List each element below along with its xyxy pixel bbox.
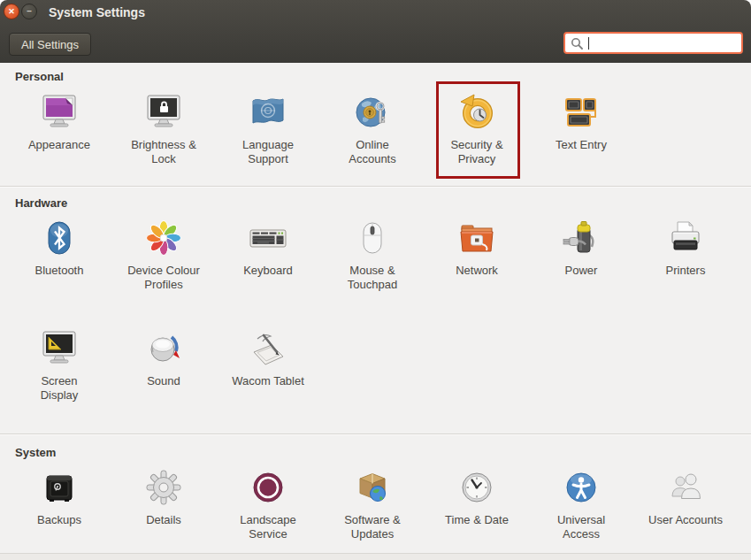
grid-item-label: Power — [565, 264, 598, 278]
grid-item-label: Software &Updates — [344, 513, 401, 541]
clock-icon — [456, 466, 498, 509]
universal-access-icon — [560, 466, 602, 509]
grid-item-label: Time & Date — [445, 513, 509, 527]
grid-item-software-updates[interactable]: Software &Updates — [320, 466, 425, 541]
grid-item-printers[interactable]: Printers — [633, 217, 738, 292]
globe-keys-icon — [351, 91, 394, 134]
grid-item-online-accounts[interactable]: OnlineAccounts — [320, 91, 425, 166]
grid-item-power[interactable]: Power — [529, 217, 633, 292]
grid-item-label: Backups — [37, 513, 81, 527]
grid-item-text-entry[interactable]: Text Entry — [529, 91, 633, 166]
section-separator — [0, 433, 751, 435]
grid-item-universal-access[interactable]: UniversalAccess — [529, 466, 633, 541]
grid-item-sound[interactable]: Sound — [111, 327, 216, 403]
system-row: Backups Details — [7, 466, 738, 541]
security-privacy-icon — [456, 91, 498, 134]
printer-icon — [664, 217, 707, 259]
grid-item-landscape-service[interactable]: LandscapeService — [216, 466, 320, 541]
grid-item-brightness-lock[interactable]: Brightness &Lock — [111, 91, 216, 166]
grid-item-keyboard[interactable]: Keyboard — [216, 217, 320, 292]
grid-item-label: User Accounts — [648, 513, 723, 527]
hardware-row-1: Bluetooth — [7, 217, 738, 292]
brightness-lock-icon — [142, 91, 185, 134]
grid-item-label: Keyboard — [243, 264, 293, 278]
section-header-personal: Personal — [15, 70, 64, 83]
grid-item-label: Security &Privacy — [450, 138, 502, 166]
grid-item-label: Printers — [666, 264, 706, 278]
grid-item-screen-display[interactable]: ScreenDisplay — [7, 327, 111, 403]
text-entry-icon — [560, 91, 602, 134]
grid-item-label: Bluetooth — [35, 264, 84, 278]
grid-item-label: OnlineAccounts — [349, 138, 395, 166]
grid-item-mouse-touchpad[interactable]: Mouse &Touchpad — [320, 217, 425, 292]
minimize-button[interactable]: – — [21, 4, 37, 19]
personal-row: Appearance Brightness &Lock — [7, 91, 633, 166]
landscape-icon — [247, 466, 289, 509]
close-icon: ✕ — [8, 8, 15, 16]
grid-item-label: Text Entry — [556, 138, 607, 152]
grid-item-time-date[interactable]: Time & Date — [425, 466, 529, 541]
screen-display-icon — [38, 327, 80, 370]
section-separator — [0, 186, 751, 188]
grid-item-label: Brightness &Lock — [131, 138, 196, 166]
gear-icon — [142, 466, 185, 509]
section-header-system: System — [15, 446, 56, 459]
window-bottom-edge — [0, 553, 751, 560]
window-chrome: ✕ – System Settings All Settings — [0, 0, 751, 64]
settings-panel: Personal Appearance — [0, 63, 751, 560]
keyboard-icon — [247, 217, 289, 259]
grid-item-bluetooth[interactable]: Bluetooth — [7, 217, 111, 292]
colour-profiles-icon — [142, 217, 185, 259]
all-settings-button[interactable]: All Settings — [9, 33, 91, 56]
grid-item-label: Mouse &Touchpad — [348, 264, 397, 292]
mouse-icon — [351, 217, 394, 259]
close-button[interactable]: ✕ — [4, 4, 19, 19]
bluetooth-icon — [38, 217, 80, 259]
grid-item-user-accounts[interactable]: User Accounts — [633, 466, 738, 541]
grid-item-language-support[interactable]: LanguageSupport — [216, 91, 320, 166]
titlebar[interactable]: ✕ – System Settings — [0, 0, 751, 24]
grid-item-label: UniversalAccess — [557, 513, 605, 541]
grid-item-label: Sound — [147, 374, 180, 388]
sound-knob-icon — [142, 327, 185, 370]
grid-item-security-privacy[interactable]: Security &Privacy — [425, 91, 529, 166]
grid-item-label: ScreenDisplay — [41, 374, 79, 403]
grid-item-backups[interactable]: Backups — [7, 466, 111, 541]
backups-safe-icon — [38, 466, 80, 509]
language-flag-icon — [247, 91, 289, 134]
grid-item-details[interactable]: Details — [111, 466, 216, 541]
search-icon — [571, 37, 583, 50]
search-input[interactable] — [589, 36, 736, 50]
hardware-row-2: ScreenDisplay Sound — [7, 327, 320, 403]
software-updates-icon — [351, 466, 394, 509]
window-title: System Settings — [49, 5, 145, 19]
user-accounts-icon — [664, 466, 707, 509]
grid-item-label: LandscapeService — [240, 513, 296, 541]
grid-item-label: LanguageSupport — [242, 138, 294, 166]
grid-item-label: Network — [456, 264, 498, 278]
minimize-icon: – — [27, 7, 32, 16]
power-icon — [560, 217, 602, 259]
all-settings-label: All Settings — [21, 38, 79, 51]
grid-item-label: Details — [146, 513, 181, 527]
wacom-tablet-icon — [247, 327, 289, 370]
search-box[interactable] — [563, 32, 743, 54]
appearance-icon — [38, 91, 80, 134]
grid-item-network[interactable]: Network — [425, 217, 529, 292]
grid-item-label: Wacom Tablet — [232, 374, 304, 388]
grid-item-label: Appearance — [28, 138, 90, 152]
system-settings-window: ✕ – System Settings All Settings Persona… — [0, 0, 751, 560]
grid-item-device-colour-profiles[interactable]: Device ColourProfiles — [111, 217, 216, 292]
grid-item-appearance[interactable]: Appearance — [7, 91, 111, 166]
grid-item-label: Device ColourProfiles — [127, 264, 200, 292]
network-icon — [456, 217, 498, 259]
grid-item-wacom-tablet[interactable]: Wacom Tablet — [216, 327, 320, 403]
section-header-hardware: Hardware — [15, 196, 67, 210]
